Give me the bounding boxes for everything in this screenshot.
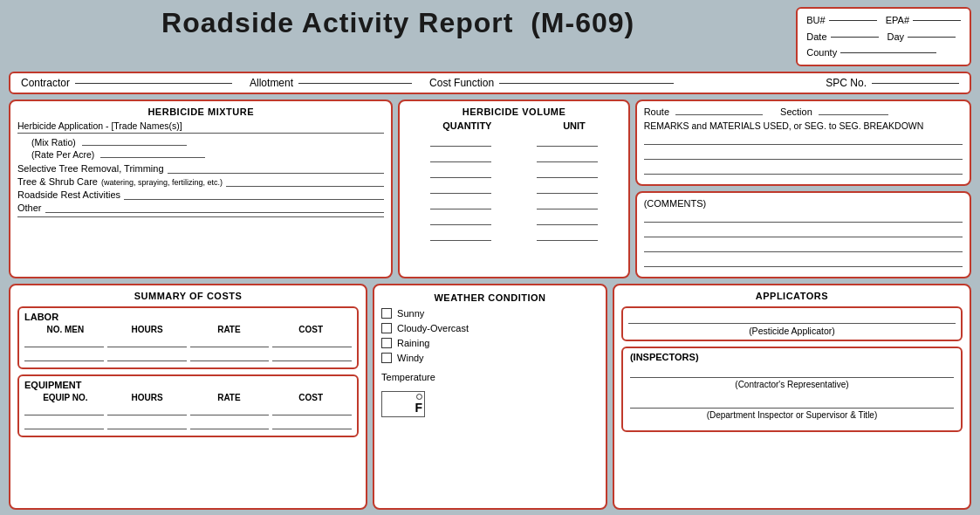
labor-no-men-cell-2[interactable] — [24, 350, 104, 361]
herbicide-mixture-box: HERBICIDE MIXTURE Herbicide Application … — [9, 100, 393, 278]
equip-cost-cell-2[interactable] — [272, 418, 352, 429]
route-label: Route — [644, 106, 669, 117]
report-title: Roadside Activity Report — [161, 7, 513, 38]
county-label: County — [806, 45, 837, 61]
roadside-rest-row: Roadside Rest Activities — [17, 189, 384, 200]
temp-unit: F — [415, 401, 423, 415]
temperature-input[interactable]: F — [381, 391, 425, 417]
remarks-col: Route Section REMARKS and MATERIALS USED… — [635, 100, 971, 278]
route-section-row: Route Section — [644, 106, 963, 117]
other-label: Other — [17, 203, 42, 213]
comments-label: (COMMENTS) — [644, 198, 963, 209]
comments-box: (COMMENTS) — [635, 191, 971, 278]
equip-col-headers: EQUIP NO. HOURS RATE COST — [24, 393, 352, 402]
equip-cost-cell[interactable] — [272, 404, 352, 415]
epa-label: EPA# — [886, 12, 909, 29]
labor-no-men-cell[interactable] — [24, 336, 104, 347]
header: Roadside Activity Report (M-609) BU# EPA… — [0, 0, 980, 72]
pesticide-sign-line — [628, 312, 956, 324]
dept-inspector-line — [630, 396, 954, 409]
degree-symbol — [416, 394, 422, 400]
spc-label: SPC No. — [826, 77, 867, 89]
allotment-field: Allotment — [250, 77, 412, 89]
equip-no-label: EQUIP NO. — [24, 393, 106, 402]
sunny-label: Sunny — [397, 308, 424, 319]
weather-box: WEATHER CONDITION Sunny Cloudy-Overcast … — [373, 284, 607, 510]
roadside-rest-label: Roadside Rest Activities — [17, 189, 120, 200]
mix-ratio-label: (Mix Ratio) — [31, 137, 76, 148]
labor-cost-cell-2[interactable] — [272, 350, 352, 361]
weather-raining[interactable]: Raining — [381, 338, 599, 348]
no-men-label: NO. MEN — [24, 325, 106, 334]
cloudy-checkbox[interactable] — [381, 323, 392, 333]
day-label: Day — [887, 29, 905, 45]
remarks-label: REMARKS and MATERIALS USED, or SEG. to S… — [644, 120, 963, 131]
weather-cloudy[interactable]: Cloudy-Overcast — [381, 323, 599, 333]
other-row: Other — [17, 203, 384, 213]
contractor-row: Contractor Allotment Cost Function SPC N… — [9, 72, 971, 94]
equip-cost-label: COST — [270, 393, 352, 402]
spc-field: SPC No. — [826, 77, 959, 89]
cloudy-label: Cloudy-Overcast — [397, 323, 469, 333]
equip-no-cell-2[interactable] — [24, 418, 104, 429]
equip-rate-cell-2[interactable] — [190, 418, 270, 429]
selective-label: Selective Tree Removal, Trimming — [17, 163, 164, 174]
bu-label: BU# — [806, 12, 825, 29]
labor-data-row-2 — [24, 350, 352, 361]
rate-per-acre-label: (Rate Per Acre) — [31, 149, 94, 160]
contractor-rep-line — [630, 366, 954, 378]
equipment-box: EQUIPMENT EQUIP NO. HOURS RATE COST — [17, 374, 359, 437]
allotment-label: Allotment — [250, 77, 293, 89]
quantity-label: QUANTITY — [442, 120, 491, 131]
title-area: Roadside Activity Report (M-609) — [9, 7, 787, 39]
temperature-area: Temperature F — [381, 372, 599, 417]
section-label: Section — [780, 106, 812, 117]
labor-cost-cell[interactable] — [272, 336, 352, 347]
tree-shrub-label: Tree & Shrub Care — [17, 176, 98, 187]
equip-hours-cell[interactable] — [107, 404, 187, 415]
report-subtitle: (M-609) — [531, 7, 634, 38]
equip-data-row-1 — [24, 404, 352, 415]
weather-windy[interactable]: Windy — [381, 353, 599, 363]
equipment-title: EQUIPMENT — [24, 380, 352, 390]
contractor-label: Contractor — [21, 77, 70, 89]
equip-no-cell[interactable] — [24, 404, 104, 415]
cost-function-field: Cost Function — [429, 77, 674, 89]
labor-box: LABOR NO. MEN HOURS RATE COST — [17, 306, 359, 369]
labor-rate-label: RATE — [188, 325, 271, 334]
pesticide-applicator-box: (Pesticide Applicator) — [621, 306, 963, 341]
labor-col-headers: NO. MEN HOURS RATE COST — [24, 325, 352, 334]
labor-data-row-1 — [24, 336, 352, 347]
labor-title: LABOR — [24, 312, 352, 322]
equip-rate-cell[interactable] — [190, 404, 270, 415]
route-field: Route — [644, 106, 763, 117]
summary-section: SUMMARY OF COSTS LABOR NO. MEN HOURS RAT… — [9, 284, 367, 510]
raining-checkbox[interactable] — [381, 338, 392, 348]
inspectors-box: (INSPECTORS) (Contractor's Representativ… — [621, 347, 963, 432]
windy-label: Windy — [397, 353, 424, 363]
windy-checkbox[interactable] — [381, 353, 392, 363]
info-box: BU# EPA# Date Day County — [796, 7, 971, 66]
labor-hours-cell-2[interactable] — [107, 350, 187, 361]
selective-row: Selective Tree Removal, Trimming — [17, 163, 384, 174]
pesticide-label: (Pesticide Applicator) — [628, 326, 956, 336]
equip-hours-cell-2[interactable] — [107, 418, 187, 429]
contractor-field: Contractor — [21, 77, 232, 89]
equip-hours-label: HOURS — [106, 393, 188, 402]
bottom-row: SUMMARY OF COSTS LABOR NO. MEN HOURS RAT… — [9, 284, 971, 510]
app-label: Herbicide Application - [Trade Names(s)] — [17, 120, 384, 131]
labor-rate-cell-2[interactable] — [190, 350, 270, 361]
herbicide-volume-box: HERBICIDE VOLUME QUANTITY UNIT — [398, 100, 629, 278]
equip-rate-label: RATE — [188, 393, 271, 402]
labor-rate-cell[interactable] — [190, 336, 270, 347]
equip-data-row-2 — [24, 418, 352, 429]
weather-title: WEATHER CONDITION — [381, 292, 599, 303]
sunny-checkbox[interactable] — [381, 308, 392, 319]
labor-hours-label: HOURS — [106, 325, 188, 334]
summary-title: SUMMARY OF COSTS — [17, 291, 359, 301]
raining-label: Raining — [397, 338, 429, 348]
labor-hours-cell[interactable] — [107, 336, 187, 347]
weather-sunny[interactable]: Sunny — [381, 308, 599, 319]
top-row: HERBICIDE MIXTURE Herbicide Application … — [9, 100, 971, 278]
labor-cost-label: COST — [270, 325, 352, 334]
